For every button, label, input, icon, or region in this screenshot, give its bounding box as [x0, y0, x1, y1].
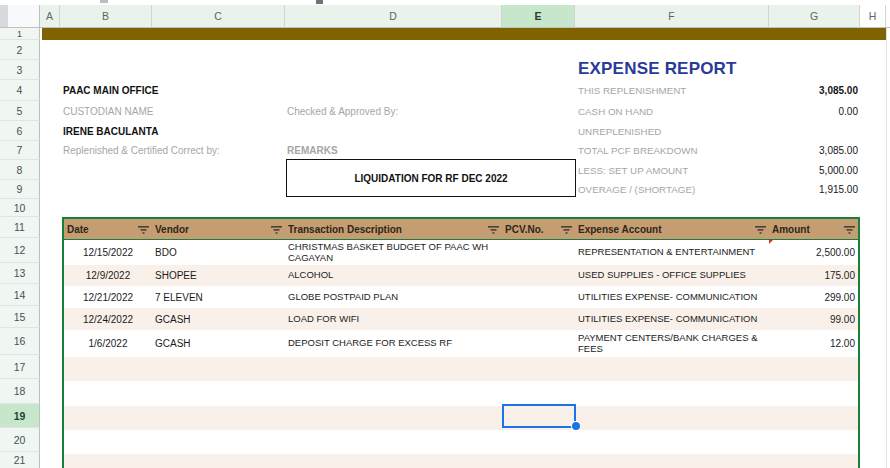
row-header-18[interactable]: 18: [0, 379, 40, 404]
column-header-h[interactable]: H: [860, 5, 886, 28]
summary-row[interactable]: CASH ON HAND 0.00: [578, 101, 858, 121]
filter-icon[interactable]: [271, 225, 282, 236]
column-header-e-selected[interactable]: E: [502, 5, 575, 28]
row-header-12[interactable]: 12: [0, 238, 40, 263]
cell-vendor[interactable]: GCASH: [152, 308, 285, 330]
row-header-3[interactable]: 3: [0, 60, 40, 80]
table-row-13: 12/9/2022 SHOPEE ALCOHOL USED SUPPLIES -…: [64, 265, 858, 286]
row-header-19-selected[interactable]: 19: [0, 404, 40, 428]
summary-value: 3,085.00: [819, 145, 858, 156]
table-row-17-empty[interactable]: [64, 357, 858, 381]
header-pcv-no[interactable]: PCV.No.: [502, 219, 575, 239]
filter-icon[interactable]: [488, 225, 499, 236]
cell-date[interactable]: 12/15/2022: [64, 240, 152, 265]
remarks-value-box[interactable]: LIQUIDATION FOR RF DEC 2022: [286, 159, 576, 197]
table-row-19-empty[interactable]: [64, 406, 858, 430]
header-vendor[interactable]: Vendor: [152, 219, 285, 239]
cell-pcv[interactable]: [502, 308, 575, 330]
table-row-18-empty[interactable]: [64, 381, 858, 406]
cell-vendor[interactable]: BDO: [152, 240, 285, 265]
cell-pcv[interactable]: [502, 240, 575, 265]
row1-colored-band[interactable]: [42, 28, 886, 40]
row-header-13[interactable]: 13: [0, 263, 40, 284]
page-title[interactable]: EXPENSE REPORT: [578, 56, 737, 82]
summary-row[interactable]: TOTAL PCF BREAKDOWN 3,085.00: [578, 141, 858, 160]
table-row-20-empty[interactable]: [64, 430, 858, 454]
cell-description[interactable]: GLOBE POSTPAID PLAN: [285, 286, 502, 308]
column-header-g[interactable]: G: [769, 5, 860, 28]
summary-row[interactable]: THIS REPLENISHMENT 3,085.00: [578, 80, 858, 101]
cell-amount[interactable]: 175.00: [769, 265, 858, 286]
column-header-d[interactable]: D: [285, 5, 502, 28]
cell-description[interactable]: ALCOHOL: [285, 265, 502, 286]
row-header-2[interactable]: 2: [0, 40, 40, 60]
row-header-14[interactable]: 14: [0, 284, 40, 306]
checked-approved-label[interactable]: Checked & Approved By:: [287, 101, 398, 121]
row-header-11[interactable]: 11: [0, 217, 40, 238]
row-header-21[interactable]: 21: [0, 452, 40, 468]
summary-row[interactable]: LESS: SET UP AMOUNT 5,000.00: [578, 160, 858, 180]
cell-pcv[interactable]: [502, 265, 575, 286]
corner-notch: [0, 5, 8, 27]
cell-date[interactable]: 12/24/2022: [64, 308, 152, 330]
row-header-7[interactable]: 7: [0, 141, 40, 160]
row-header-15[interactable]: 15: [0, 306, 40, 328]
office-name[interactable]: PAAC MAIN OFFICE: [63, 80, 158, 101]
summary-row[interactable]: OVERAGE / (SHORTAGE) 1,915.00: [578, 180, 858, 199]
row-header-4[interactable]: 4: [0, 80, 40, 101]
cell-amount[interactable]: 2,500.00: [769, 240, 858, 265]
cell-vendor[interactable]: 7 ELEVEN: [152, 286, 285, 308]
cell-amount[interactable]: 299.00: [769, 286, 858, 308]
cell-description[interactable]: CHRISTMAS BASKET BUDGET OF PAAC WH CAGAY…: [285, 240, 502, 265]
row-header-9[interactable]: 9: [0, 180, 40, 199]
row-header-17[interactable]: 17: [0, 355, 40, 379]
fill-handle[interactable]: [572, 422, 580, 430]
cell-date[interactable]: 1/6/2022: [64, 330, 152, 357]
row-header-20[interactable]: 20: [0, 428, 40, 452]
column-header-b[interactable]: B: [60, 5, 152, 28]
cell-pcv[interactable]: [502, 330, 575, 357]
row-header-16[interactable]: 16: [0, 328, 40, 355]
header-description[interactable]: Transaction Description: [285, 219, 502, 239]
column-header-filler: [886, 5, 890, 28]
column-header-f[interactable]: F: [575, 5, 769, 28]
row-header-8[interactable]: 8: [0, 160, 40, 180]
filter-icon[interactable]: [138, 225, 149, 236]
filter-icon[interactable]: [844, 225, 855, 236]
table-row-12: 12/15/2022 BDO CHRISTMAS BASKET BUDGET O…: [64, 240, 858, 265]
column-header-c[interactable]: C: [152, 5, 285, 28]
row-header-6[interactable]: 6: [0, 121, 40, 141]
row-header-5[interactable]: 5: [0, 101, 40, 121]
cell-expense-account[interactable]: REPRESENTATION & ENTERTAINMENT: [575, 240, 769, 265]
replenished-certified-label[interactable]: Replenished & Certified Correct by:: [63, 141, 220, 160]
cell-date[interactable]: 12/9/2022: [64, 265, 152, 286]
cell-expense-account[interactable]: PAYMENT CENTERS/BANK CHARGES & FEES: [575, 330, 769, 357]
header-expense-account[interactable]: Expense Account: [575, 219, 769, 239]
cell-description[interactable]: DEPOSIT CHARGE FOR EXCESS RF: [285, 330, 502, 357]
header-amount[interactable]: Amount: [769, 219, 858, 239]
filter-icon[interactable]: [561, 225, 572, 236]
header-label: PCV.No.: [505, 224, 544, 235]
row-header-1[interactable]: 1: [0, 28, 40, 40]
cell-amount[interactable]: 12.00: [769, 330, 858, 357]
select-all-corner[interactable]: [0, 5, 40, 28]
cell-vendor[interactable]: GCASH: [152, 330, 285, 357]
custodian-label[interactable]: CUSTODIAN NAME: [63, 101, 153, 121]
custodian-name[interactable]: IRENE BACULANTA: [63, 121, 158, 141]
cell-amount[interactable]: 99.00: [769, 308, 858, 330]
cell-date[interactable]: 12/21/2022: [64, 286, 152, 308]
summary-label: OVERAGE / (SHORTAGE): [578, 184, 695, 195]
cell-expense-account[interactable]: UTILITIES EXPENSE- COMMUNICATION: [575, 286, 769, 308]
table-row-21-empty[interactable]: [64, 454, 858, 468]
row-header-10[interactable]: 10: [0, 199, 40, 217]
cell-vendor[interactable]: SHOPEE: [152, 265, 285, 286]
remarks-label[interactable]: REMARKS: [287, 141, 338, 160]
cell-expense-account[interactable]: USED SUPPLIES - OFFICE SUPPLIES: [575, 265, 769, 286]
header-date[interactable]: Date: [64, 219, 152, 239]
column-header-a[interactable]: A: [40, 5, 60, 28]
summary-row[interactable]: UNREPLENISHED: [578, 121, 858, 141]
cell-expense-account[interactable]: UTILITIES EXPENSE- COMMUNICATION: [575, 308, 769, 330]
filter-icon[interactable]: [755, 225, 766, 236]
cell-description[interactable]: LOAD FOR WIFI: [285, 308, 502, 330]
cell-pcv[interactable]: [502, 286, 575, 308]
